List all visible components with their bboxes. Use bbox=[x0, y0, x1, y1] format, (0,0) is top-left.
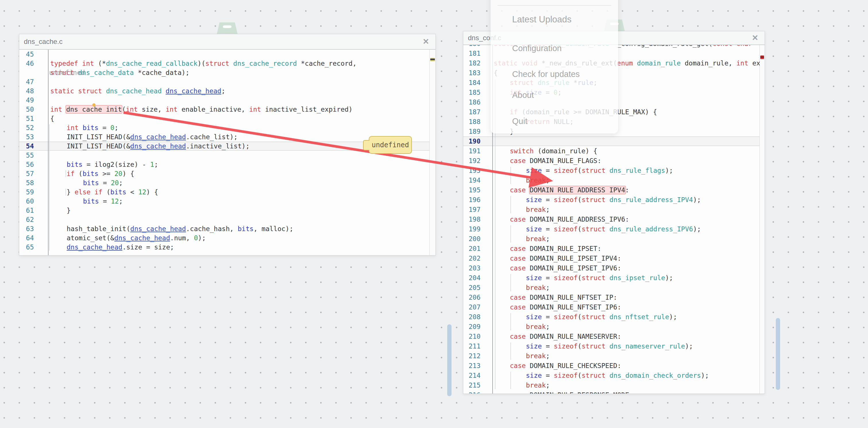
code-line[interactable]: 59} else if (bits < 12) { bbox=[19, 188, 430, 197]
code-line[interactable]: 64atomic_set(&dns_cache_head.num, 0); bbox=[19, 233, 430, 242]
code-line[interactable]: 200break; bbox=[463, 234, 760, 244]
window-titlebar[interactable]: dns_cache.c ✕ bbox=[19, 34, 435, 50]
error-marker[interactable] bbox=[760, 56, 764, 59]
code-line[interactable]: 201case DOMAIN_RULE_IPSET: bbox=[463, 244, 760, 254]
code-text: size = sizeof(struct dns_nftset_rule); bbox=[526, 312, 677, 322]
code-line[interactable]: 214size = sizeof(struct dns_domain_check… bbox=[463, 371, 760, 380]
scrollbar-track[interactable] bbox=[760, 45, 765, 394]
code-line[interactable]: 204size = sizeof(struct dns_ipset_rule); bbox=[463, 273, 760, 283]
code-line[interactable]: 45 bbox=[19, 50, 430, 59]
code-text: int dns_cache_init(int size, int enable_… bbox=[50, 105, 352, 114]
code-line[interactable]: 203case DOMAIN_RULE_IPSET_IPV6: bbox=[463, 263, 760, 273]
code-token: int bbox=[737, 59, 748, 67]
code-line[interactable]: 61} bbox=[19, 206, 430, 215]
code-area[interactable]: 4546typedef int (*dns_cache_read_callbac… bbox=[19, 50, 430, 255]
code-line[interactable]: 58bits = 20; bbox=[19, 178, 430, 188]
code-token: ; bbox=[546, 382, 550, 389]
code-text: if (bits >= 20) { bbox=[67, 169, 134, 178]
code-token: dns_ipset_rule bbox=[610, 274, 665, 282]
code-token: case bbox=[510, 391, 526, 394]
code-line[interactable]: 49 bbox=[19, 96, 430, 105]
code-line[interactable]: 190 bbox=[463, 136, 760, 146]
code-line[interactable]: 57if (bits >= 20) { bbox=[19, 169, 430, 178]
line-number: 192 bbox=[463, 156, 480, 166]
code-token: sizeof bbox=[554, 313, 578, 321]
code-token: < bbox=[126, 188, 138, 196]
code-text: } bbox=[67, 206, 71, 215]
code-token: case bbox=[510, 157, 526, 164]
code-line[interactable]: 191switch (domain_rule) { bbox=[463, 146, 760, 156]
close-icon[interactable]: ✕ bbox=[423, 38, 429, 46]
code-line[interactable]: 210case DOMAIN_RULE_NAMESERVER: bbox=[463, 332, 760, 341]
code-token: ( bbox=[75, 170, 83, 177]
symbol-highlight[interactable]: DOMAIN_RULE_ADDRESS_IPV4 bbox=[530, 186, 625, 194]
code-text: static struct dns_cache_head dns_cache_h… bbox=[50, 87, 225, 96]
code-line[interactable]: 202case DOMAIN_RULE_IPSET_IPV4: bbox=[463, 254, 760, 263]
code-token: : bbox=[625, 186, 629, 194]
code-token: typedef int bbox=[50, 60, 94, 67]
code-line[interactable]: 51{ bbox=[19, 114, 430, 123]
code-text: size = sizeof(struct dns_nameserver_rule… bbox=[526, 341, 693, 351]
code-line[interactable]: 206case DOMAIN_RULE_NFTSET_IP: bbox=[463, 293, 760, 302]
code-line[interactable]: 60bits = 12; bbox=[19, 197, 430, 206]
line-number: 191 bbox=[463, 146, 480, 156]
code-token: size bbox=[526, 225, 542, 233]
line-number: 206 bbox=[463, 293, 480, 302]
code-line[interactable]: 205break; bbox=[463, 283, 760, 293]
code-token: ); bbox=[701, 372, 709, 379]
collapse-tab-icon[interactable] bbox=[217, 22, 238, 34]
line-number: 181 bbox=[463, 48, 480, 58]
code-line[interactable]: 55 bbox=[19, 151, 430, 160]
code-token: = bbox=[542, 342, 554, 350]
symbol-highlight[interactable]: dns_cache_init bbox=[66, 106, 122, 113]
code-line[interactable]: 197break; bbox=[463, 205, 760, 215]
code-token: dns_cache_head bbox=[130, 133, 186, 141]
menu-item-quit[interactable]: Quit bbox=[512, 117, 527, 126]
minimize-icon bbox=[223, 26, 231, 28]
canvas-scroll-indicator[interactable] bbox=[776, 318, 780, 390]
canvas[interactable]: { "menu": { "items": [ {"label": "Latest… bbox=[0, 0, 868, 428]
close-icon[interactable]: ✕ bbox=[752, 34, 758, 42]
code-line[interactable]: 211size = sizeof(struct dns_nameserver_r… bbox=[463, 341, 760, 351]
code-token: dns_cache_read_callback bbox=[106, 60, 197, 67]
code-line[interactable]: 52int bits = 0; bbox=[19, 123, 430, 132]
code-line[interactable]: undefinedstruct dns_cache_data *cache_da… bbox=[19, 68, 430, 77]
scrollbar-track[interactable] bbox=[429, 50, 435, 255]
code-line[interactable]: 212break; bbox=[463, 351, 760, 361]
code-line[interactable]: 198case DOMAIN_RULE_ADDRESS_IPV6: bbox=[463, 215, 760, 224]
code-token: ); bbox=[665, 274, 673, 282]
code-line[interactable]: 50int dns_cache_init(int size, int enabl… bbox=[19, 105, 430, 114]
code-token: 12 bbox=[138, 188, 146, 196]
code-line[interactable]: 194break; bbox=[463, 175, 760, 185]
bookmark-marker[interactable] bbox=[430, 58, 435, 61]
code-line[interactable]: 56bits = ilog2(size) - 1; bbox=[19, 160, 430, 169]
menu-item-about[interactable]: About bbox=[512, 91, 534, 100]
code-line[interactable]: 193size = sizeof(struct dns_rule_flags); bbox=[463, 166, 760, 175]
code-token: } bbox=[67, 188, 75, 196]
canvas-scroll-indicator[interactable] bbox=[447, 324, 452, 396]
code-line[interactable]: 216case DOMAIN_RULE_RESPONSE_MODE: bbox=[463, 390, 760, 394]
code-line[interactable]: 207case DOMAIN_RULE_NFTSET_IP6: bbox=[463, 302, 760, 312]
code-token: static struct bbox=[50, 87, 102, 95]
code-line[interactable]: 63hash_table_init(dns_cache_head.cache_h… bbox=[19, 224, 430, 233]
menu-item-latest-uploads[interactable]: Latest Uploads bbox=[512, 14, 571, 25]
code-token: (* bbox=[94, 60, 106, 67]
menu-item-configuration[interactable]: Configuration bbox=[512, 44, 562, 53]
line-number: 62 bbox=[19, 215, 34, 224]
code-line[interactable]: 215break; bbox=[463, 380, 760, 390]
code-line[interactable]: 213case DOMAIN_RULE_CHECKSPEED: bbox=[463, 361, 760, 371]
code-line[interactable]: 199size = sizeof(struct dns_rule_address… bbox=[463, 224, 760, 234]
menu-item-check-for-updates[interactable]: Check for updates bbox=[512, 69, 580, 79]
code-line[interactable]: 192case DOMAIN_RULE_FLAGS: bbox=[463, 156, 760, 166]
code-line[interactable]: 196size = sizeof(struct dns_rule_address… bbox=[463, 195, 760, 205]
code-token: int bbox=[50, 106, 62, 113]
code-text: break; bbox=[526, 205, 550, 215]
code-line[interactable]: 208size = sizeof(struct dns_nftset_rule)… bbox=[463, 312, 760, 322]
code-line[interactable]: 209break; bbox=[463, 322, 760, 332]
code-line[interactable]: 48static struct dns_cache_head dns_cache… bbox=[19, 87, 430, 96]
code-line[interactable]: 195case DOMAIN_RULE_ADDRESS_IPV4: bbox=[463, 185, 760, 195]
code-line[interactable]: 47 bbox=[19, 77, 430, 87]
code-line[interactable]: 46typedef int (*dns_cache_read_callback)… bbox=[19, 59, 430, 68]
code-line[interactable]: 65dns_cache_head.size = size; bbox=[19, 242, 430, 252]
code-line[interactable]: 62 bbox=[19, 215, 430, 224]
